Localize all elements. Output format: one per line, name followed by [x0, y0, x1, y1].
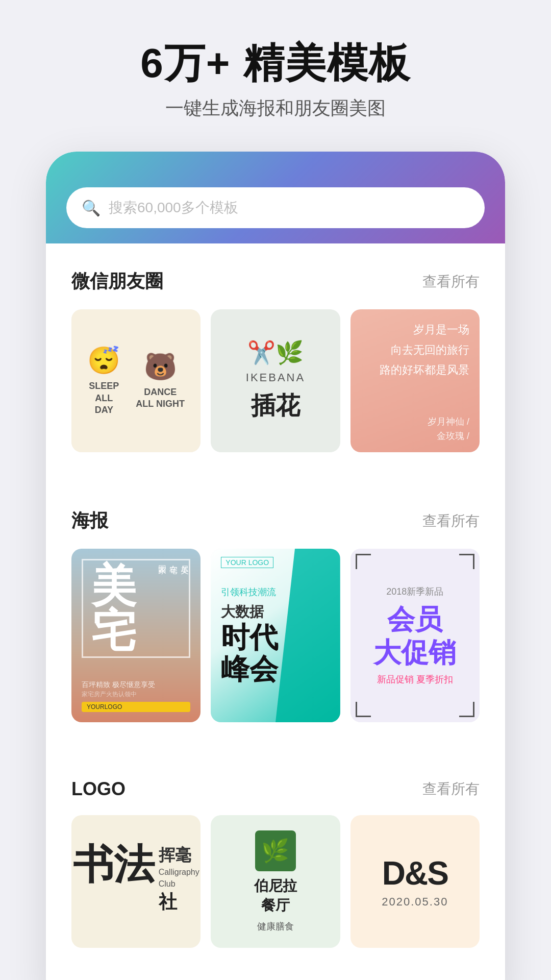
logo-card-3-content: D&S 2020.05.30: [350, 815, 480, 948]
logo-grid: 书法 挥毫 Calligraphy Club 社: [71, 815, 480, 948]
logo-card-restaurant[interactable]: 🌿 伯尼拉 餐厅 健康膳食: [211, 815, 340, 948]
corner-tr: [459, 554, 474, 569]
poster-card-meizhai[interactable]: 美宅 尽美宅在家园 百坪精致 极尽惬意享受 家宅房产火热认领中 YOURLOGO: [71, 549, 201, 722]
logo-section: LOGO 查看所有 书法 挥毫 Calligraphy Club: [46, 753, 505, 948]
ikebana-icon: ✂️🌿: [247, 339, 304, 366]
poster-section-header: 海报 查看所有: [71, 508, 480, 533]
wechat-title: 微信朋友圈: [71, 269, 163, 294]
restaurant-icon: 🌿: [255, 830, 296, 871]
wechat-card-ikebana[interactable]: ✂️🌿 IKEBANA 插花: [211, 309, 340, 452]
poster-card-3-content: 2018新季新品 会员大促销 新品促销 夏季折扣: [350, 549, 480, 722]
search-placeholder: 搜索60,000多个模板: [109, 198, 238, 217]
wechat-section: 微信朋友圈 查看所有 😴 SLEEPALLDAY 🐻: [46, 243, 505, 452]
poster-grid: 美宅 尽美宅在家园 百坪精致 极尽惬意享受 家宅房产火热认领中 YOURLOGO…: [71, 549, 480, 722]
gap-1: [46, 452, 505, 483]
calligraphy-right: 挥毫 Calligraphy Club 社: [159, 844, 199, 919]
wechat-grid: 😴 SLEEPALLDAY 🐻 DANCEALL NIGHT: [71, 309, 480, 452]
search-icon: 🔍: [82, 199, 101, 217]
hero-subtitle: 一键生成海报和朋友圈美图: [140, 96, 410, 121]
wechat-card-2-content: ✂️🌿 IKEBANA 插花: [211, 309, 340, 452]
logo-card-calligraphy[interactable]: 书法 挥毫 Calligraphy Club 社: [71, 815, 201, 948]
wechat-poem-text: 岁月是一场向去无回的旅行路的好坏都是风景: [361, 320, 469, 380]
wechat-poem-sig: 岁月神仙 / 金玫瑰 /: [361, 415, 469, 442]
hero-title: 6万+ 精美模板: [140, 41, 410, 86]
poster-2-text: 引领科技潮流 大数据 时代峰会: [221, 586, 330, 684]
poster-3-title: 会员大促销: [373, 603, 456, 669]
wechat-card-1-content: 😴 SLEEPALLDAY 🐻 DANCEALL NIGHT: [71, 309, 201, 452]
logo-card-ds[interactable]: D&S 2020.05.30: [350, 815, 480, 948]
poster-3-sub: 新品促销 夏季折扣: [377, 673, 453, 685]
poster-3-year: 2018新季新品: [386, 585, 443, 598]
poster-card-promo[interactable]: 2018新季新品 会员大促销 新品促销 夏季折扣: [350, 549, 480, 722]
poster-big-word: 大数据: [221, 602, 330, 622]
gap-2: [46, 722, 505, 753]
page-wrapper: 6万+ 精美模板 一键生成海报和朋友圈美图 🔍 搜索60,000多个模板 微信朋…: [0, 0, 551, 980]
ikebana-text-en: IKEBANA: [246, 371, 305, 384]
sleep-group: 😴 SLEEPALLDAY: [87, 345, 120, 416]
calligraphy-big-cn: 书法: [73, 844, 155, 885]
sleep-dance-content: 😴 SLEEPALLDAY 🐻 DANCEALL NIGHT: [87, 345, 185, 416]
sig-1: 岁月神仙 /: [428, 415, 469, 428]
poster-2-title: 时代峰会: [221, 622, 330, 684]
poster-card-summit[interactable]: YOUR LOGO 引领科技潮流 大数据 时代峰会: [211, 549, 340, 722]
calligraphy-small-cn: 社: [159, 890, 199, 915]
poster-card-1-content: 美宅 尽美宅在家园 百坪精致 极尽惬意享受 家宅房产火热认领中 YOURLOGO: [71, 549, 201, 722]
calligraphy-en-1: Calligraphy: [159, 868, 199, 876]
poster-title-meizhai: 美宅: [82, 559, 190, 658]
logo-card-2-content: 🌿 伯尼拉 餐厅 健康膳食: [211, 815, 340, 948]
poster-logo-small: YOURLOGO: [82, 702, 190, 712]
poster-logo-yourlogo: YOUR LOGO: [221, 557, 273, 568]
hero-section: 6万+ 精美模板 一键生成海报和朋友圈美图: [110, 41, 441, 121]
restaurant-name: 伯尼拉 餐厅: [254, 876, 297, 915]
poster-bottom-text: 百坪精致 极尽惬意享受 家宅房产火热认领中: [82, 680, 190, 699]
wechat-viewall[interactable]: 查看所有: [422, 272, 480, 291]
sleep-emoji: 😴: [87, 345, 120, 376]
ikebana-text-cn: 插花: [251, 389, 300, 422]
gap-3: [46, 948, 505, 978]
wechat-card-3-content: 岁月是一场向去无回的旅行路的好坏都是风景 岁月神仙 / 金玫瑰 /: [350, 309, 480, 452]
calligraphy-brush: 挥毫: [159, 844, 199, 867]
sig-2: 金玫瑰 /: [437, 430, 469, 442]
wechat-card-poem[interactable]: 岁月是一场向去无回的旅行路的好坏都是风景 岁月神仙 / 金玫瑰 /: [350, 309, 480, 452]
corner-bl: [356, 702, 371, 717]
card-header: 🔍 搜索60,000多个模板: [46, 152, 505, 243]
poster-section: 海报 查看所有 美宅 尽美宅在家园 百坪精致 极尽惬意享受 家宅房产火热认领中 …: [46, 483, 505, 722]
corner-tl: [356, 554, 371, 569]
logo-card-1-content: 书法 挥毫 Calligraphy Club 社: [71, 815, 201, 948]
restaurant-name-l2: 餐厅: [261, 897, 290, 913]
corner-br: [459, 702, 474, 717]
poster-2-subtitle: 引领科技潮流: [221, 586, 330, 598]
poster-title: 海报: [71, 508, 108, 533]
restaurant-name-l1: 伯尼拉: [254, 878, 297, 894]
search-bar[interactable]: 🔍 搜索60,000多个模板: [66, 187, 485, 228]
dance-emoji: 🐻: [136, 351, 185, 382]
poster-card-2-content: YOUR LOGO 引领科技潮流 大数据 时代峰会: [211, 549, 340, 722]
logo-title: LOGO: [71, 778, 126, 800]
calligraphy-en: Calligraphy Club: [159, 867, 199, 890]
dance-text: DANCEALL NIGHT: [136, 386, 185, 410]
ds-logo-date: 2020.05.30: [382, 895, 448, 909]
logo-viewall[interactable]: 查看所有: [422, 779, 480, 799]
calligraphy-en-2: Club: [159, 879, 176, 888]
sleep-text: SLEEPALLDAY: [87, 380, 120, 416]
wechat-card-sleep-dance[interactable]: 😴 SLEEPALLDAY 🐻 DANCEALL NIGHT: [71, 309, 201, 452]
dance-group: 🐻 DANCEALL NIGHT: [136, 351, 185, 410]
phone-card: 🔍 搜索60,000多个模板 微信朋友圈 查看所有 😴 SLEEPALLDAY: [46, 152, 505, 980]
ds-logo-main: D&S: [382, 854, 448, 892]
logo-section-header: LOGO 查看所有: [71, 778, 480, 800]
poster-viewall[interactable]: 查看所有: [422, 511, 480, 531]
restaurant-sub: 健康膳食: [257, 920, 294, 933]
wechat-section-header: 微信朋友圈 查看所有: [71, 269, 480, 294]
calligraphy-layout: 书法 挥毫 Calligraphy Club 社: [73, 844, 199, 919]
